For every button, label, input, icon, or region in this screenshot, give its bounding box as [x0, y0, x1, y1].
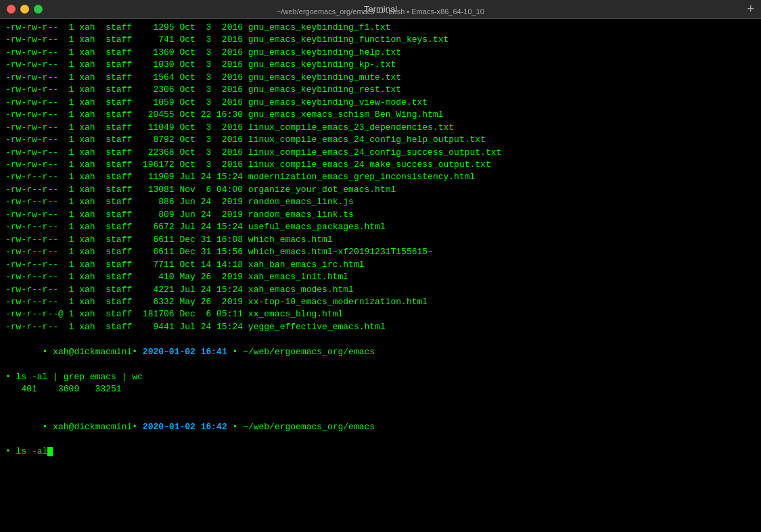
- file-line: -rw-rw-r-- 1 xah staff 20455 Oct 22 16:3…: [5, 109, 756, 121]
- file-line: -rw-rw-r-- 1 xah staff 1295 Oct 3 2016 g…: [5, 22, 756, 34]
- file-line: -rw-r--r-- 1 xah staff 6332 May 26 2019 …: [5, 296, 756, 308]
- output-1: 401 3609 33251: [5, 383, 756, 395]
- file-line: -rw-r--r-- 1 xah staff 410 May 26 2019 x…: [5, 271, 756, 283]
- file-line: -rw-rw-r-- 1 xah staff 1360 Oct 3 2016 g…: [5, 47, 756, 59]
- file-listing: -rw-rw-r-- 1 xah staff 1295 Oct 3 2016 g…: [5, 22, 756, 333]
- file-line: -rw-r--r-- 1 xah staff 13081 Nov 6 04:00…: [5, 184, 756, 196]
- file-line: -rw-r--r-- 1 xah staff 886 Jun 24 2019 r…: [5, 196, 756, 208]
- prompt-1: • xah@dickmacmini• 2020-01-02 16:41 • ~/…: [5, 333, 756, 370]
- file-line: -rw-rw-r-- 1 xah staff 1030 Oct 3 2016 g…: [5, 59, 756, 71]
- file-line: -rw-rw-r-- 1 xah staff 2306 Oct 3 2016 g…: [5, 84, 756, 96]
- titlebar: Terminal ~/web/ergoemacs_org/emacs — -ba…: [0, 0, 761, 19]
- file-line: -rw-rw-r-- 1 xah staff 741 Oct 3 2016 gn…: [5, 34, 756, 46]
- file-line: -rw-rw-r-- 1 xah staff 1059 Oct 3 2016 g…: [5, 97, 756, 109]
- file-line: -rw-rw-r-- 1 xah staff 22368 Oct 3 2016 …: [5, 147, 756, 159]
- file-line: -rw-rw-r-- 1 xah staff 1564 Oct 3 2016 g…: [5, 72, 756, 84]
- file-line: -rw-rw-r-- 1 xah staff 196172 Oct 3 2016…: [5, 159, 756, 171]
- command-1: • ls -al | grep emacs | wc: [5, 371, 756, 383]
- file-line: -rw-rw-r-- 1 xah staff 11049 Oct 3 2016 …: [5, 122, 756, 134]
- cursor: [47, 447, 53, 456]
- command-2: • ls -al: [5, 445, 756, 458]
- file-line: -rw-r--r-- 1 xah staff 6611 Dec 31 16:08…: [5, 234, 756, 246]
- file-line: -rw-r--r-- 1 xah staff 11909 Jul 24 15:2…: [5, 171, 756, 183]
- file-line: -rw-rw-r-- 1 xah staff 8792 Oct 3 2016 l…: [5, 134, 756, 146]
- file-line: -rw-r--r-- 1 xah staff 7711 Oct 14 14:18…: [5, 259, 756, 271]
- file-line: -rw-r--r-- 1 xah staff 6611 Dec 31 15:56…: [5, 246, 756, 258]
- terminal-body[interactable]: -rw-rw-r-- 1 xah staff 1295 Oct 3 2016 g…: [0, 19, 761, 532]
- prompt-2: • xah@dickmacmini• 2020-01-02 16:42 • ~/…: [5, 408, 756, 445]
- window-subtitle: ~/web/ergoemacs_org/emacs — -bash • Emac…: [0, 7, 761, 16]
- new-tab-button[interactable]: +: [747, 2, 754, 16]
- file-line: -rw-rw-r-- 1 xah staff 809 Jun 24 2019 r…: [5, 209, 756, 221]
- file-line: -rw-r--r-- 1 xah staff 4221 Jul 24 15:24…: [5, 284, 756, 296]
- terminal-window: Terminal ~/web/ergoemacs_org/emacs — -ba…: [0, 0, 761, 532]
- file-line: -rw-r--r-- 1 xah staff 6672 Jul 24 15:24…: [5, 221, 756, 233]
- file-line: -rw-r--r--@ 1 xah staff 181706 Dec 6 05:…: [5, 308, 756, 320]
- file-line: -rw-r--r-- 1 xah staff 9441 Jul 24 15:24…: [5, 321, 756, 333]
